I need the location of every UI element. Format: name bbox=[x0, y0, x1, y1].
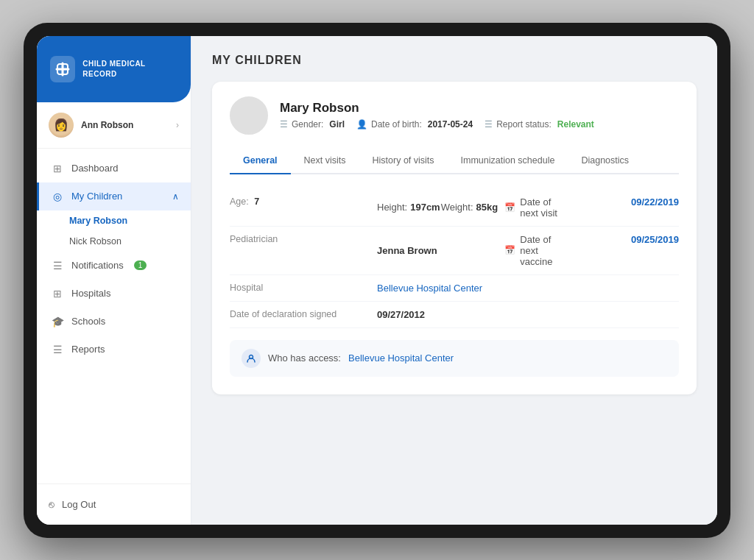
next-vaccine-date: 09/25/2019 bbox=[568, 234, 679, 267]
pediatrician-label-text: Pediatrician bbox=[230, 234, 278, 244]
info-row-1: Age: 7 Height: 197cm Weight: 85kg 📅 bbox=[230, 189, 679, 227]
height-label: Height: bbox=[377, 202, 407, 213]
next-vaccine-field: 📅 Date of next vaccine bbox=[504, 234, 568, 267]
status-label: Report status: bbox=[496, 119, 552, 130]
hospital-label: Hospital bbox=[230, 283, 377, 294]
gender-value: Girl bbox=[329, 119, 345, 130]
declaration-value: 09/27/2012 bbox=[377, 309, 425, 320]
pediatrician-value-cell: Jenna Brown bbox=[377, 234, 441, 267]
status-value: Relevant bbox=[557, 119, 594, 130]
next-vaccine-date-value: 09/25/2019 bbox=[631, 234, 679, 245]
status-meta: ☰ Report status: Relevant bbox=[485, 119, 594, 130]
sidebar-item-label: Schools bbox=[71, 316, 105, 327]
dob-value: 2017-05-24 bbox=[428, 119, 473, 130]
sidebar-item-label: My Children bbox=[71, 191, 122, 202]
sidebar-logo: CHILD MEDICAL RECORD bbox=[37, 36, 191, 102]
status-icon: ☰ bbox=[485, 119, 493, 130]
dob-meta: 👤 Date of birth: 2017-05-24 bbox=[356, 119, 473, 130]
reports-icon: ☰ bbox=[51, 343, 64, 356]
spacer bbox=[441, 234, 505, 267]
child-header: Mary Robson ☰ Gender: Girl 👤 Date of bir… bbox=[230, 96, 679, 135]
sub-nav-mary-robson[interactable]: Mary Robson bbox=[69, 210, 191, 231]
sidebar: CHILD MEDICAL RECORD 👩 Ann Robson › ⊞ Da… bbox=[37, 36, 191, 525]
access-value[interactable]: Bellevue Hospital Center bbox=[348, 352, 454, 364]
weight-field: Weight: 85kg bbox=[441, 196, 505, 219]
tab-history-visits[interactable]: History of visits bbox=[359, 148, 448, 174]
declaration-label: Date of declaration signed bbox=[230, 309, 377, 320]
tab-immunization[interactable]: Immunization schedule bbox=[448, 148, 568, 174]
child-info: Mary Robson ☰ Gender: Girl 👤 Date of bir… bbox=[280, 101, 594, 130]
dob-icon: 👤 bbox=[356, 119, 367, 130]
age-field: Age: 7 bbox=[230, 196, 377, 219]
user-profile[interactable]: 👩 Ann Robson › bbox=[37, 102, 191, 149]
pediatrician-value: Jenna Brown bbox=[377, 245, 437, 256]
tab-diagnostics[interactable]: Diagnostics bbox=[568, 148, 642, 174]
children-icon: ◎ bbox=[51, 190, 64, 203]
calendar-icon-2: 📅 bbox=[504, 245, 515, 255]
age-label: Age: bbox=[230, 196, 249, 207]
device-frame: CHILD MEDICAL RECORD 👩 Ann Robson › ⊞ Da… bbox=[24, 23, 730, 538]
notification-badge: 1 bbox=[134, 260, 147, 270]
child-name: Mary Robson bbox=[280, 101, 594, 116]
nav-section: ⊞ Dashboard ◎ My Children ∧ Mary Robson … bbox=[37, 149, 191, 483]
logout-icon: ⎋ bbox=[49, 499, 54, 510]
hospitals-icon: ⊞ bbox=[51, 287, 64, 300]
pediatrician-label: Pediatrician bbox=[230, 234, 377, 267]
access-label: Who has access: bbox=[268, 352, 341, 364]
main-content: MY CHILDREN Mary Robson ☰ Gender: Girl bbox=[191, 36, 717, 525]
tab-content-general: Age: 7 Height: 197cm Weight: 85kg 📅 bbox=[230, 174, 679, 380]
logo-text: CHILD MEDICAL RECORD bbox=[82, 59, 177, 79]
tabs-bar: General Next visits History of visits Im… bbox=[230, 148, 679, 174]
gender-meta: ☰ Gender: Girl bbox=[280, 119, 345, 130]
schools-icon: 🎓 bbox=[51, 315, 64, 328]
sidebar-item-notifications[interactable]: ☰ Notifications 1 bbox=[37, 252, 191, 280]
sub-nav: Mary Robson Nick Robson bbox=[37, 210, 191, 252]
sidebar-item-label: Dashboard bbox=[71, 163, 119, 174]
sidebar-item-label: Notifications bbox=[71, 260, 124, 271]
sidebar-item-dashboard[interactable]: ⊞ Dashboard bbox=[37, 155, 191, 182]
notifications-icon: ☰ bbox=[51, 259, 64, 272]
page-title: MY CHILDREN bbox=[212, 54, 697, 67]
age-value: 7 bbox=[254, 196, 259, 207]
sidebar-item-reports[interactable]: ☰ Reports bbox=[37, 336, 191, 364]
dob-label: Date of birth: bbox=[371, 119, 422, 130]
avatar: 👩 bbox=[49, 113, 74, 138]
gender-icon: ☰ bbox=[280, 119, 288, 130]
next-visit-label: Date of next visit bbox=[520, 196, 568, 219]
child-meta: ☰ Gender: Girl 👤 Date of birth: 2017-05-… bbox=[280, 119, 594, 130]
sub-nav-nick-robson[interactable]: Nick Robson bbox=[69, 231, 191, 252]
logo-icon bbox=[50, 56, 75, 82]
child-avatar bbox=[230, 96, 268, 135]
hospital-value[interactable]: Bellevue Hospital Center bbox=[377, 283, 482, 294]
chevron-right-icon: › bbox=[176, 120, 179, 130]
next-vaccine-label: Date of next vaccine bbox=[520, 234, 568, 267]
calendar-icon: 📅 bbox=[504, 202, 515, 213]
sidebar-item-schools[interactable]: 🎓 Schools bbox=[37, 308, 191, 336]
tab-general[interactable]: General bbox=[230, 148, 291, 174]
declaration-value-cell: 09/27/2012 bbox=[377, 309, 679, 320]
next-visit-field: 📅 Date of next visit bbox=[504, 196, 568, 219]
next-visit-date-value: 09/22/2019 bbox=[631, 196, 679, 208]
hospital-label-text: Hospital bbox=[230, 283, 263, 293]
sidebar-item-label: Reports bbox=[71, 344, 105, 355]
next-visit-date: 09/22/2019 bbox=[568, 196, 679, 219]
access-row: Who has access: Bellevue Hospital Center bbox=[230, 340, 679, 377]
sidebar-item-label: Hospitals bbox=[71, 288, 110, 299]
sidebar-bottom: ⎋ Log Out bbox=[37, 483, 191, 525]
access-icon bbox=[242, 349, 261, 368]
weight-value: 85kg bbox=[476, 202, 498, 213]
logout-button[interactable]: ⎋ Log Out bbox=[49, 493, 179, 516]
info-row-4: Date of declaration signed 09/27/2012 bbox=[230, 302, 679, 328]
sidebar-item-hospitals[interactable]: ⊞ Hospitals bbox=[37, 280, 191, 308]
tab-next-visits[interactable]: Next visits bbox=[291, 148, 359, 174]
chevron-up-icon: ∧ bbox=[172, 191, 179, 202]
height-field: Height: 197cm bbox=[377, 196, 441, 219]
info-row-3: Hospital Bellevue Hospital Center bbox=[230, 275, 679, 302]
dashboard-icon: ⊞ bbox=[51, 162, 64, 175]
gender-label: Gender: bbox=[292, 119, 323, 130]
declaration-label-text: Date of declaration signed bbox=[230, 309, 337, 319]
logout-label: Log Out bbox=[62, 499, 96, 510]
screen: CHILD MEDICAL RECORD 👩 Ann Robson › ⊞ Da… bbox=[37, 36, 717, 525]
sidebar-item-my-children[interactable]: ◎ My Children ∧ bbox=[37, 182, 191, 210]
child-card: Mary Robson ☰ Gender: Girl 👤 Date of bir… bbox=[212, 82, 697, 394]
